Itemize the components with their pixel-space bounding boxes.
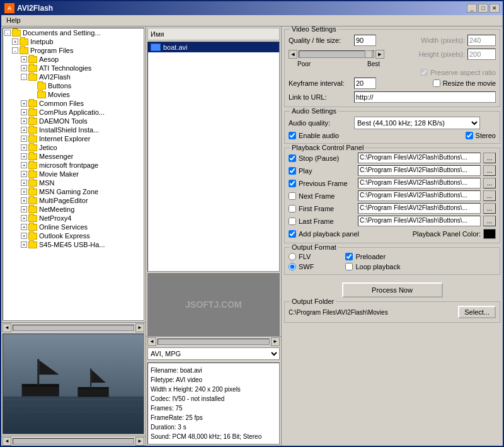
tree-item-outlook[interactable]: + Outlook Express	[3, 231, 144, 240]
preview-scroll-left[interactable]: ◄	[3, 437, 11, 446]
tree-item-netmeeting[interactable]: + NetMeeting	[3, 205, 144, 214]
filelist-scroll-left[interactable]: ◄	[147, 337, 156, 346]
expander-programfiles[interactable]: -	[12, 47, 18, 54]
quality-input[interactable]	[354, 35, 376, 46]
expander-frontpage[interactable]: +	[21, 162, 27, 168]
file-list[interactable]: boat.avi	[147, 42, 280, 272]
expander-installshield[interactable]: +	[21, 127, 27, 133]
preview-scroll-track[interactable]	[13, 438, 134, 444]
prev-checkbox[interactable]	[289, 180, 296, 187]
menu-help[interactable]: Help	[4, 16, 23, 25]
swf-radio[interactable]	[289, 263, 296, 270]
preserve-aspect-checkbox[interactable]	[420, 69, 428, 76]
expander-s45[interactable]: +	[21, 241, 27, 248]
tree-item-inetpub[interactable]: + Inetpub	[3, 37, 144, 46]
expander-documents[interactable]: -	[4, 30, 11, 36]
tree-item-documents[interactable]: - Documents and Setting...	[3, 28, 144, 37]
play-checkbox[interactable]	[289, 167, 296, 175]
expander-daemon[interactable]: +	[21, 118, 27, 124]
resize-movie-checkbox[interactable]	[433, 79, 440, 87]
tree-item-s45[interactable]: + S45-ME45 USB-Ha...	[3, 240, 144, 249]
tree-item-online[interactable]: + Online Services	[3, 223, 144, 231]
expander-multipage[interactable]: +	[21, 197, 27, 204]
last-checkbox[interactable]	[289, 218, 296, 225]
file-list-scrollbar[interactable]: ◄ ►	[146, 336, 281, 346]
tree-item-frontpage[interactable]: + microsoft frontpage	[3, 161, 144, 170]
tree-item-jetico[interactable]: + Jetico	[3, 143, 144, 152]
expander-jetico[interactable]: +	[21, 144, 27, 151]
expander-avi2flash[interactable]: -	[21, 74, 27, 80]
close-button[interactable]: ✕	[490, 4, 500, 13]
next-checkbox[interactable]	[289, 192, 296, 200]
height-input[interactable]	[467, 49, 496, 60]
tree-item-avi2flash[interactable]: - AVI2Flash	[3, 73, 144, 81]
expander-msnzone[interactable]: +	[21, 189, 27, 195]
panel-color-box[interactable]	[483, 229, 496, 239]
last-browse-btn[interactable]: ...	[483, 216, 496, 226]
tree-item-multipage[interactable]: + MultiPageEditor	[3, 196, 144, 205]
audio-quality-select[interactable]: Best (44,100 kHz; 128 KB/s) High (22,050…	[354, 117, 480, 129]
expander-netproxy[interactable]: +	[21, 215, 27, 221]
enable-audio-checkbox[interactable]	[289, 132, 296, 139]
slider-left-btn[interactable]: ◄	[289, 50, 297, 59]
expander-aesop[interactable]: +	[21, 56, 27, 62]
link-input[interactable]	[354, 91, 496, 103]
tree-item-moviemaker[interactable]: + Movie Maker	[3, 170, 144, 178]
expander-ati[interactable]: +	[21, 65, 27, 71]
prev-browse-btn[interactable]: ...	[483, 178, 496, 189]
tree-item-installshield[interactable]: + InstallShield Insta...	[3, 125, 144, 134]
filelist-scroll-right[interactable]: ►	[271, 337, 280, 346]
tree-scroll-left[interactable]: ◄	[3, 323, 11, 332]
loop-checkbox[interactable]	[345, 263, 353, 270]
maximize-button[interactable]: □	[478, 4, 488, 13]
process-now-button[interactable]: Process Now	[342, 282, 443, 298]
expander-moviemaker[interactable]: +	[21, 171, 27, 177]
expander-complus[interactable]: +	[21, 109, 27, 115]
tree-item-complus[interactable]: + ComPlus Applicatio...	[3, 108, 144, 117]
first-checkbox[interactable]	[289, 205, 296, 212]
minimize-button[interactable]: _	[467, 4, 477, 13]
tree-item-commonfiles[interactable]: + Common Files	[3, 99, 144, 108]
expander-msn[interactable]: +	[21, 180, 27, 186]
tree-scroll-track[interactable]	[13, 325, 134, 331]
expander-commonfiles[interactable]: +	[21, 100, 27, 107]
quality-slider[interactable]: ◄ ►	[289, 50, 384, 59]
tree-item-messenger[interactable]: + Messenger	[3, 152, 144, 161]
preloader-checkbox[interactable]	[345, 253, 353, 260]
tree-item-msn[interactable]: + MSN	[3, 178, 144, 187]
first-browse-btn[interactable]: ...	[483, 203, 496, 214]
select-folder-button[interactable]: Select...	[458, 306, 496, 318]
format-select[interactable]: AVI, MPG	[147, 347, 280, 360]
tree-item-movies[interactable]: Movies	[3, 90, 144, 99]
expander-netmeeting[interactable]: +	[21, 206, 27, 212]
slider-right-btn[interactable]: ►	[375, 50, 384, 59]
keyframe-input[interactable]	[354, 78, 376, 89]
add-panel-checkbox[interactable]	[289, 230, 296, 238]
expander-outlook[interactable]: +	[21, 233, 27, 239]
flv-radio[interactable]	[289, 253, 296, 260]
tree-item-daemon[interactable]: + DAEMON Tools	[3, 117, 144, 125]
file-tree[interactable]: - Documents and Setting... + Inetpub - P…	[3, 28, 144, 321]
stereo-checkbox[interactable]	[466, 132, 473, 139]
tree-item-buttons[interactable]: Buttons	[3, 81, 144, 90]
tree-item-programfiles[interactable]: - Program Files	[3, 46, 144, 55]
stop-browse-btn[interactable]: ...	[483, 153, 496, 163]
file-item-boat[interactable]: boat.avi	[148, 42, 279, 52]
expander-online[interactable]: +	[21, 224, 27, 230]
tree-item-ati[interactable]: + ATI Technologies	[3, 64, 144, 73]
expander-inetpub[interactable]: +	[12, 38, 18, 45]
tree-item-ie[interactable]: + Internet Explorer	[3, 134, 144, 143]
tree-scroll-right[interactable]: ►	[135, 323, 144, 332]
slider-track[interactable]	[299, 50, 374, 58]
tree-item-netproxy[interactable]: + NetProxy4	[3, 214, 144, 223]
stop-checkbox[interactable]	[289, 154, 296, 162]
expander-ie[interactable]: +	[21, 136, 27, 142]
next-browse-btn[interactable]: ...	[483, 190, 496, 201]
expander-messenger[interactable]: +	[21, 153, 27, 160]
slider-thumb[interactable]	[365, 50, 372, 58]
preview-scrollbar[interactable]: ◄ ►	[1, 436, 146, 446]
filelist-scroll-track[interactable]	[158, 339, 270, 345]
tree-scrollbar[interactable]: ◄ ►	[1, 322, 146, 332]
width-input[interactable]	[467, 35, 496, 46]
preview-scroll-right[interactable]: ►	[135, 437, 144, 446]
